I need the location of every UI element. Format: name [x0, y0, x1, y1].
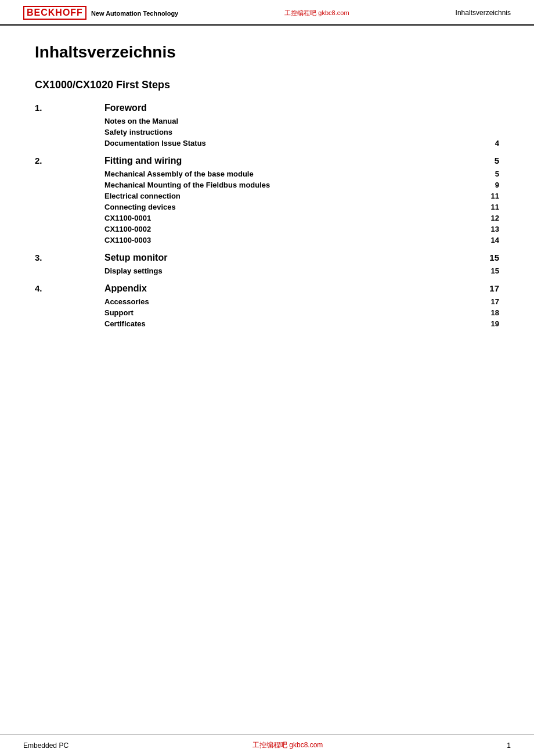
beckhoff-logo: BECKHOFF	[23, 6, 86, 20]
toc-entry-row: Mechanical Assembly of the base module 5	[35, 168, 499, 179]
logo-subtitle: New Automation Technology	[91, 10, 178, 17]
toc-entry-row: Accessories 17	[35, 296, 499, 307]
chapter-page	[470, 100, 499, 116]
chapter-spacer	[35, 149, 499, 153]
subsub-indent	[35, 213, 104, 224]
subsub-indent	[35, 235, 104, 246]
chapter-label: Appendix	[104, 281, 470, 296]
entry-label: Mechanical Assembly of the base module	[104, 168, 470, 179]
toc-entry-row: Support 18	[35, 307, 499, 318]
toc-table: 1. Foreword Notes on the Manual Safety i…	[35, 100, 499, 334]
entry-label: Accessories	[104, 296, 470, 307]
chapter-page: 5	[470, 153, 499, 168]
entry-indent	[35, 307, 104, 318]
main-content: Inhaltsverzeichnis CX1000/CX1020 First S…	[0, 26, 534, 357]
subsub-label: Connecting devices	[104, 201, 470, 213]
toc-entry-row: Safety instructions	[35, 127, 499, 138]
entry-page	[470, 127, 499, 138]
entry-label: Certificates	[104, 318, 470, 329]
entry-page: 9	[470, 179, 499, 190]
entry-page: 17	[470, 296, 499, 307]
chapter-num: 4.	[35, 281, 104, 296]
page-header: BECKHOFF New Automation Technology 工控编程吧…	[0, 0, 534, 26]
entry-indent	[35, 138, 104, 149]
subsub-indent	[35, 201, 104, 213]
toc-chapter-row: 2. Fitting and wiring 5	[35, 153, 499, 168]
toc-subsub-row: Connecting devices 11	[35, 201, 499, 213]
subsub-page: 14	[470, 235, 499, 246]
page-footer: Embedded PC 工控编程吧 gkbc8.com 1	[0, 734, 534, 756]
page-title: Inhaltsverzeichnis	[35, 43, 499, 62]
subsub-page: 12	[470, 213, 499, 224]
entry-indent	[35, 318, 104, 329]
entry-page: 19	[470, 318, 499, 329]
subsub-page: 13	[470, 224, 499, 235]
subsub-label: CX1100-0001	[104, 213, 470, 224]
toc-entry-row: Electrical connection 11	[35, 190, 499, 201]
chapter-label: Foreword	[104, 100, 470, 116]
toc-entry-row: Mechanical Mounting of the Fieldbus modu…	[35, 179, 499, 190]
entry-page: 4	[470, 138, 499, 149]
subsub-label: CX1100-0003	[104, 235, 470, 246]
entry-label: Documentation Issue Status	[104, 138, 470, 149]
toc-chapter-row: 3. Setup monitor 15	[35, 250, 499, 265]
entry-label: Support	[104, 307, 470, 318]
entry-indent	[35, 116, 104, 127]
footer-center-watermark: 工控编程吧 gkbc8.com	[252, 740, 323, 750]
entry-indent	[35, 296, 104, 307]
chapter-num: 1.	[35, 100, 104, 116]
header-title: Inhaltsverzeichnis	[456, 9, 511, 17]
entry-label: Electrical connection	[104, 190, 470, 201]
toc-chapter-row: 1. Foreword	[35, 100, 499, 116]
entry-label: Safety instructions	[104, 127, 470, 138]
toc-subsub-row: CX1100-0001 12	[35, 213, 499, 224]
chapter-spacer	[35, 276, 499, 281]
entry-label: Display settings	[104, 265, 470, 276]
entry-indent	[35, 190, 104, 201]
toc-chapter-row: 4. Appendix 17	[35, 281, 499, 296]
chapter-spacer	[35, 246, 499, 250]
entry-indent	[35, 168, 104, 179]
entry-indent	[35, 179, 104, 190]
header-watermark: 工控编程吧 gkbc8.com	[178, 9, 455, 17]
entry-page	[470, 116, 499, 127]
logo-area: BECKHOFF New Automation Technology	[23, 6, 178, 20]
toc-entry-row: Display settings 15	[35, 265, 499, 276]
chapter-page: 17	[470, 281, 499, 296]
chapter-num: 3.	[35, 250, 104, 265]
subsub-page: 11	[470, 201, 499, 213]
entry-label: Mechanical Mounting of the Fieldbus modu…	[104, 179, 470, 190]
entry-indent	[35, 127, 104, 138]
entry-indent	[35, 265, 104, 276]
entry-page: 15	[470, 265, 499, 276]
entry-page: 18	[470, 307, 499, 318]
entry-page: 5	[470, 168, 499, 179]
chapter-page: 15	[470, 250, 499, 265]
entry-page: 11	[470, 190, 499, 201]
subsub-indent	[35, 224, 104, 235]
toc-entry-row: Certificates 19	[35, 318, 499, 329]
toc-entry-row: Notes on the Manual	[35, 116, 499, 127]
toc-subsub-row: CX1100-0003 14	[35, 235, 499, 246]
toc-entry-row: Documentation Issue Status 4	[35, 138, 499, 149]
entry-label: Notes on the Manual	[104, 116, 470, 127]
chapter-num: 2.	[35, 153, 104, 168]
toc-subsub-row: CX1100-0002 13	[35, 224, 499, 235]
section-title: CX1000/CX1020 First Steps	[35, 79, 499, 91]
footer-page-number: 1	[507, 741, 511, 750]
footer-left: Embedded PC	[23, 741, 68, 750]
subsub-label: CX1100-0002	[104, 224, 470, 235]
chapter-label: Fitting and wiring	[104, 153, 470, 168]
chapter-spacer	[35, 329, 499, 334]
chapter-label: Setup monitor	[104, 250, 470, 265]
